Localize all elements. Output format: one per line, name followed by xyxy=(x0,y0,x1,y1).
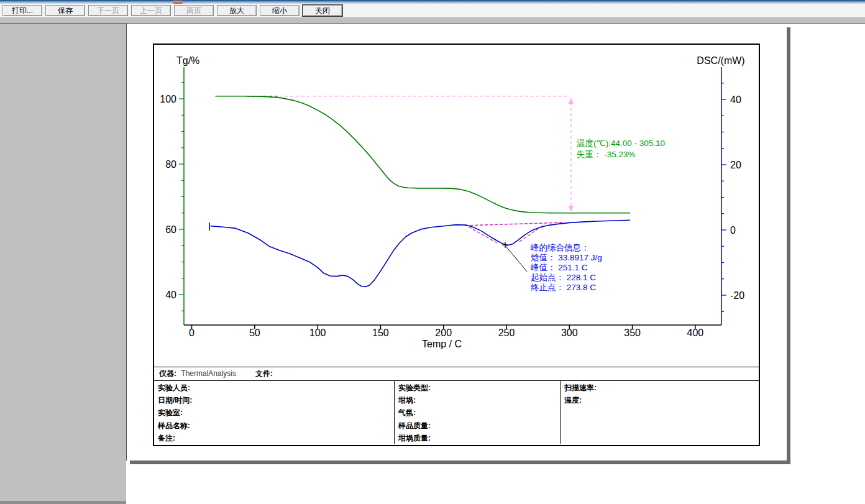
page-shadow-right xyxy=(787,27,790,464)
dsc-peak-info-line: 终止点： 273.8 C xyxy=(531,283,596,292)
print-preview-window: 打印...保存下一页上一页两页放大缩小关闭 050100150200250300… xyxy=(0,0,865,504)
right-axis-title: DSC/(mW) xyxy=(697,55,744,66)
metadata-cell: 日期/时间: xyxy=(154,393,394,406)
dsc-onset-tangent xyxy=(469,227,498,244)
tg-weight-loss: 失重： -35.23% xyxy=(577,150,636,159)
metadata-cell: 备注: xyxy=(154,431,394,444)
close-button[interactable]: 关闭 xyxy=(303,5,342,16)
dsc-peak-info-line: 峰值： 251.1 C xyxy=(531,263,588,272)
metadata-cell: 扫描速率: xyxy=(560,381,759,393)
metadata-cell: 坩埚质量: xyxy=(394,431,560,444)
metadata-cell: 样品名称: xyxy=(154,419,394,431)
toolbar: 打印...保存下一页上一页两页放大缩小关闭 xyxy=(0,4,865,17)
metadata-row: 实验人员:实验类型:扫描速率: xyxy=(154,381,759,393)
preview-bottom-strip xyxy=(0,501,126,504)
thermal-analysis-plot: 050100150200250300350400Temp / C40608010… xyxy=(154,45,759,367)
file-label: 文件: xyxy=(255,367,273,380)
dsc-peak-annotation: 峰的综合信息：焓值： 33.8917 J/g峰值： 251.1 C起始点： 22… xyxy=(531,243,602,292)
metadata-cell: 实验人员: xyxy=(154,381,394,393)
right-tick-label: -20 xyxy=(730,290,744,301)
metadata-cell: 温度: xyxy=(560,393,759,406)
left-tick-label: 60 xyxy=(165,224,176,235)
print-button[interactable]: 打印... xyxy=(2,5,42,16)
metadata-row: 实验室:气氛: xyxy=(154,406,759,418)
left-axis-title: Tg/% xyxy=(176,55,199,66)
x-tick-label: 150 xyxy=(372,328,389,338)
prev-page-button: 上一页 xyxy=(131,5,171,16)
zoom-in-button[interactable]: 放大 xyxy=(217,5,257,16)
right-tick-label: 40 xyxy=(730,94,741,105)
arrow-down-icon xyxy=(569,206,574,212)
metadata-cell xyxy=(560,406,759,418)
x-tick-label: 100 xyxy=(309,328,326,338)
x-tick-label: 50 xyxy=(249,328,260,338)
page-shadow-bottom xyxy=(130,460,790,464)
next-page-button: 下一页 xyxy=(88,5,128,16)
x-tick-label: 200 xyxy=(435,328,452,338)
tg-range-line1: 温度(℃):44.00 - 305.10 xyxy=(577,139,665,148)
report-frame: 050100150200250300350400Temp / C40608010… xyxy=(153,44,760,446)
x-tick-label: 0 xyxy=(189,328,195,338)
metadata-cell: 实验室: xyxy=(154,406,394,418)
instrument-value: ThermalAnalysis xyxy=(181,369,236,378)
left-tick-label: 80 xyxy=(165,159,176,170)
x-tick-label: 300 xyxy=(561,328,578,338)
right-tick-label: 20 xyxy=(730,160,741,170)
metadata-grid: 实验人员:实验类型:扫描速率:日期/时间:坩埚:温度:实验室:气氛:样品名称:样… xyxy=(154,380,759,444)
arrow-up-icon xyxy=(569,98,574,104)
two-page-button: 两页 xyxy=(174,5,214,16)
metadata-row: 样品名称:样品质量: xyxy=(154,419,759,431)
tg-curve xyxy=(216,96,630,213)
metadata-cell xyxy=(560,431,759,444)
dsc-peak-title: 峰的综合信息： xyxy=(531,243,590,252)
dsc-peak-info-line: 焓值： 33.8917 J/g xyxy=(531,253,602,262)
axes: 050100150200250300350400Temp / C40608010… xyxy=(160,67,744,349)
metadata-cell: 样品质量: xyxy=(394,419,560,431)
save-button[interactable]: 保存 xyxy=(45,5,85,16)
report-page: 050100150200250300350400Temp / C40608010… xyxy=(126,24,787,460)
metadata-cell: 气氛: xyxy=(394,406,560,418)
x-tick-label: 350 xyxy=(624,328,641,338)
metadata-row: 备注:坩埚质量: xyxy=(154,431,759,444)
dsc-peak-info-line: 起始点： 228.1 C xyxy=(531,273,596,282)
metadata-cell: 坩埚: xyxy=(394,393,560,406)
tg-range-annotation: 温度(℃):44.00 - 305.10失重： -35.23% xyxy=(577,139,665,159)
preview-left-margin xyxy=(0,24,126,504)
peak-leader-line xyxy=(505,245,527,272)
preview-top-margin xyxy=(0,17,865,24)
right-tick-label: 0 xyxy=(730,225,736,236)
x-tick-label: 250 xyxy=(498,328,515,338)
left-tick-label: 40 xyxy=(165,290,176,300)
instrument-row: 仪器: ThermalAnalysis 文件: xyxy=(154,367,759,380)
x-tick-label: 400 xyxy=(687,328,704,338)
metadata-cell: 实验类型: xyxy=(394,381,560,393)
left-tick-label: 100 xyxy=(160,94,176,104)
x-axis-title: Temp / C xyxy=(422,339,462,349)
instrument-label: 仪器: xyxy=(159,369,176,378)
zoom-out-button[interactable]: 缩小 xyxy=(260,5,300,16)
metadata-cell xyxy=(560,419,759,431)
metadata-row: 日期/时间:坩埚:温度: xyxy=(154,393,759,406)
